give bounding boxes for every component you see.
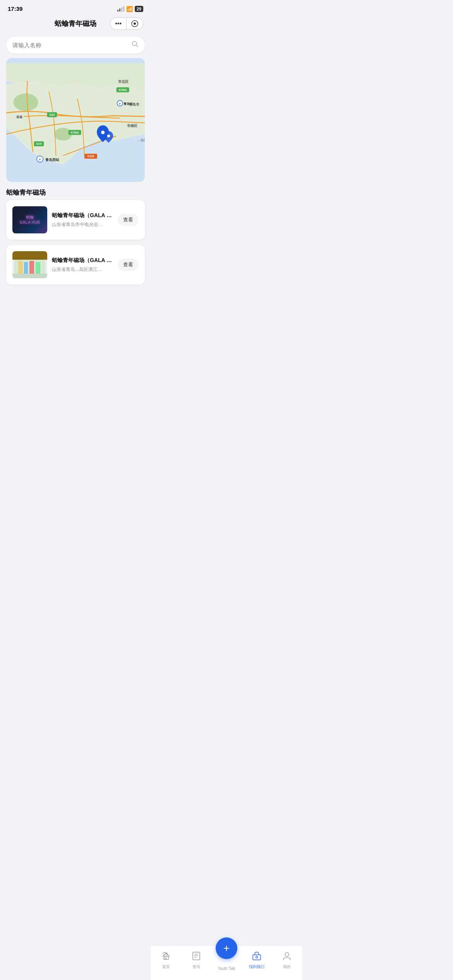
svg-text:高速: 高速 xyxy=(16,115,23,119)
svg-text:G22: G22 xyxy=(49,113,55,117)
svg-rect-39 xyxy=(12,274,47,278)
svg-text:S7602: S7602 xyxy=(71,131,79,134)
svg-text:青岛市: 青岛市 xyxy=(129,102,140,106)
cards-container: 蛞蝓GALA HUB 蛞蝓青年磁场（GALA HUB）旗锋店 山东省青岛市中电光… xyxy=(0,200,151,323)
scan-icon xyxy=(131,20,138,27)
map-container[interactable]: G22 S7601 S7602 G15 G228 高速 青岛站 P 青岛西站 P… xyxy=(6,58,145,182)
scan-button[interactable] xyxy=(126,18,143,29)
card-view-btn-2[interactable]: 查看 xyxy=(118,259,139,271)
card-item: 蛞蝓青年磁场（GALA HUB）先锋店 山东省青岛...岛区漓江西路9… 查看 xyxy=(6,245,145,284)
svg-text:P: P xyxy=(39,158,41,161)
svg-rect-38 xyxy=(36,262,40,274)
section-title: 蛞蝓青年磁场 xyxy=(0,182,151,200)
header: 蛞蝓青年磁场 ••• xyxy=(0,15,151,34)
svg-point-7 xyxy=(13,93,38,111)
card-address-1: 山东省青岛市中电光谷青岛产业… xyxy=(52,221,106,228)
svg-text:G228: G228 xyxy=(88,154,94,158)
svg-text:市南区: 市南区 xyxy=(127,123,137,128)
card-content-1: 蛞蝓青年磁场（GALA HUB）旗锋店 山东省青岛市中电光谷青岛产业… xyxy=(52,212,113,228)
search-container xyxy=(0,34,151,58)
svg-text:市北区: 市北区 xyxy=(118,79,129,84)
svg-point-1 xyxy=(134,22,136,25)
signal-icon xyxy=(117,6,124,12)
card-image-1: 蛞蝓GALA HUB xyxy=(12,206,47,233)
search-bar xyxy=(6,37,145,53)
svg-rect-36 xyxy=(24,262,28,274)
battery-indicator: 29 xyxy=(135,6,143,12)
card-image-2 xyxy=(12,251,47,278)
svg-text:P: P xyxy=(119,103,121,105)
gala-logo-1: 蛞蝓GALA HUB xyxy=(20,215,40,225)
card-item: 蛞蝓GALA HUB 蛞蝓青年磁场（GALA HUB）旗锋店 山东省青岛市中电光… xyxy=(6,200,145,240)
status-time: 17:39 xyxy=(8,5,22,12)
svg-line-3 xyxy=(136,45,138,47)
search-icon xyxy=(132,41,139,50)
map-view: G22 S7601 S7602 G15 G228 高速 青岛站 P 青岛西站 P… xyxy=(6,58,145,182)
svg-rect-34 xyxy=(12,251,47,260)
svg-text:G15: G15 xyxy=(36,142,42,146)
svg-text:...岛区: ...岛区 xyxy=(138,139,145,142)
status-icons: 📶 29 xyxy=(117,6,143,12)
svg-text:青岛西站: 青岛西站 xyxy=(45,158,60,162)
card-address-2: 山东省青岛...岛区漓江西路9… xyxy=(52,266,106,273)
card-title-2: 蛞蝓青年磁场（GALA HUB）先锋店 xyxy=(52,257,113,264)
wifi-icon: 📶 xyxy=(126,6,133,12)
svg-rect-35 xyxy=(18,261,23,274)
svg-point-30 xyxy=(101,131,105,134)
svg-point-31 xyxy=(107,135,110,137)
svg-text:S7601: S7601 xyxy=(118,88,127,92)
page-title: 蛞蝓青年磁场 xyxy=(55,19,96,28)
card-content-2: 蛞蝓青年磁场（GALA HUB）先锋店 山东省青岛...岛区漓江西路9… xyxy=(52,257,113,273)
store-image-2 xyxy=(12,251,47,278)
status-bar: 17:39 📶 29 xyxy=(0,0,151,15)
more-button[interactable]: ••• xyxy=(110,18,126,29)
card-title-1: 蛞蝓青年磁场（GALA HUB）旗锋店 xyxy=(52,212,113,219)
svg-rect-37 xyxy=(29,261,34,274)
search-input[interactable] xyxy=(12,42,129,48)
header-actions: ••• xyxy=(110,17,143,30)
card-view-btn-1[interactable]: 查看 xyxy=(118,214,139,226)
